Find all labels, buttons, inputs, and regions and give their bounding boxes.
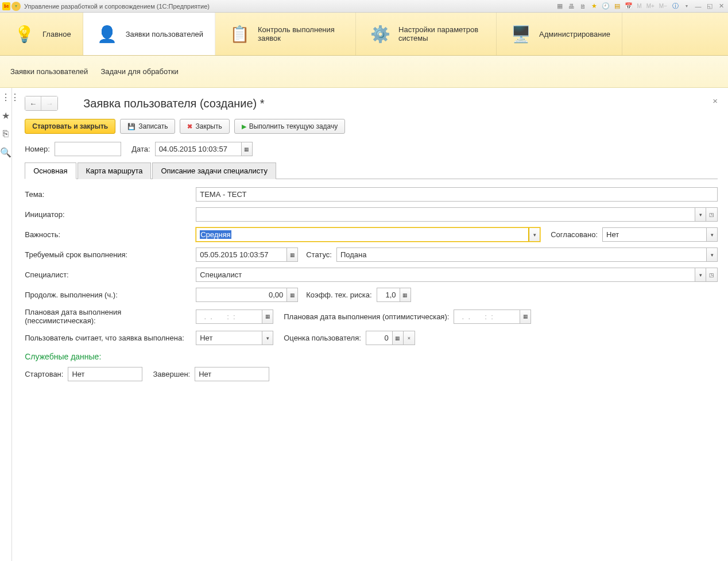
start-and-close-button[interactable]: Стартовать и закрыть [25, 119, 115, 134]
play-icon: ▶ [242, 123, 246, 130]
specialist-open-button[interactable]: ◳ [706, 268, 718, 282]
initiator-open-button[interactable]: ◳ [706, 207, 718, 222]
number-input[interactable] [55, 142, 121, 156]
action-toolbar: Стартовать и закрыть 💾Записать ✖Закрыть … [25, 119, 718, 134]
nav-admin[interactable]: 🖥️ Администрирование [497, 13, 622, 55]
titlebar-doc-icon[interactable]: 🗎 [578, 2, 587, 11]
initiator-dropdown-button[interactable]: ▾ [695, 207, 706, 222]
theme-input[interactable] [196, 187, 718, 202]
nav-settings-label: Настройки параметров системы [398, 25, 485, 42]
window-title: Управление разработкой и сопровождением … [24, 3, 555, 10]
agreed-dropdown-button[interactable]: ▾ [706, 227, 718, 242]
titlebar-calendar-icon[interactable]: 📅 [624, 2, 633, 11]
nav-control[interactable]: 📋 Контроль выполнения заявок [215, 13, 356, 55]
lefttool-clipboard-icon[interactable]: ⎘ [0, 128, 11, 140]
due-picker-button[interactable]: ▦ [286, 247, 298, 262]
status-dropdown-button[interactable]: ▾ [706, 247, 718, 262]
titlebar-mplus[interactable]: M+ [645, 3, 656, 9]
initiator-input[interactable] [196, 207, 695, 222]
agreed-label: Согласовано: [551, 230, 598, 239]
titlebar: 1c ▾ Управление разработкой и сопровожде… [0, 0, 728, 13]
tab-route-map[interactable]: Карта маршрута [78, 163, 152, 179]
user-rating-calc-button[interactable]: ▦ [392, 331, 404, 345]
priority-input[interactable]: Средняя [196, 227, 529, 242]
window-maximize[interactable]: ◱ [705, 2, 714, 11]
priority-dropdown-button[interactable]: ▾ [529, 227, 540, 242]
plan-opt-input[interactable] [454, 309, 520, 324]
nav-main[interactable]: 💡 Главное [0, 13, 83, 55]
titlebar-print-icon[interactable]: 🖶 [567, 2, 576, 11]
nav-main-icon: 💡 [11, 21, 37, 47]
titlebar-info-icon[interactable]: ⓘ [671, 2, 680, 11]
close-icon: ✖ [187, 123, 192, 130]
titlebar-calc-icon[interactable]: ▤ [613, 2, 622, 11]
user-considers-input[interactable] [196, 331, 262, 345]
nav-admin-label: Администрирование [539, 30, 610, 38]
nav-settings[interactable]: ⚙️ Настройки параметров системы [356, 13, 497, 55]
plan-pess-picker-button[interactable]: ▦ [262, 309, 273, 324]
save-icon: 💾 [127, 123, 135, 130]
user-considers-dropdown-button[interactable]: ▾ [262, 331, 273, 345]
date-field: ▦ [155, 142, 253, 156]
nav-user-requests[interactable]: 👤 Заявки пользователей [83, 13, 215, 55]
priority-field: Средняя ▾ [196, 227, 540, 242]
subnav-tasks[interactable]: Задачи для обработки [100, 67, 179, 76]
window-minimize[interactable]: — [694, 2, 703, 11]
nav-back-button[interactable]: ← [25, 96, 41, 110]
window-close[interactable]: ✕ [717, 2, 726, 11]
tab-main[interactable]: Основная [25, 163, 76, 179]
nav-history-arrows: ← → [25, 96, 58, 111]
tab-task-description[interactable]: Описание задачи специалисту [152, 163, 276, 179]
nav-user-requests-icon: 👤 [95, 21, 120, 47]
tabs: Основная Карта маршрута Описание задачи … [25, 162, 718, 179]
risk-label: Коэфф. тех. риска: [306, 291, 371, 299]
plan-pess-label: Плановая дата выполнения (пессимистическ… [25, 308, 191, 325]
app-menu-dropdown[interactable]: ▾ [11, 2, 21, 11]
lefttool-search-icon[interactable]: 🔍 [0, 146, 11, 158]
date-label: Дата: [131, 145, 150, 153]
status-label: Статус: [306, 250, 332, 259]
run-current-task-button[interactable]: ▶Выполнить текущую задачу [234, 119, 346, 134]
specialist-input[interactable] [196, 268, 695, 282]
sub-nav: Заявки пользователей Задачи для обработк… [0, 56, 728, 88]
user-rating-input[interactable] [366, 331, 392, 345]
started-label: Стартован: [25, 370, 63, 378]
due-input[interactable] [196, 247, 286, 262]
priority-label: Важность: [25, 230, 191, 239]
nav-main-label: Главное [42, 30, 71, 38]
titlebar-m[interactable]: M [636, 3, 642, 9]
started-input[interactable] [68, 367, 142, 381]
subnav-requests[interactable]: Заявки пользователей [10, 67, 88, 76]
plan-opt-label: Плановая дата выполнения (оптимистическа… [284, 312, 449, 321]
risk-input[interactable] [377, 288, 400, 302]
user-rating-clear-button[interactable]: × [404, 331, 415, 345]
lefttool-apps-icon[interactable]: ⋮⋮⋮ [0, 91, 11, 103]
titlebar-favorite-icon[interactable]: ★ [590, 2, 599, 11]
theme-label: Тема: [25, 190, 191, 199]
nav-control-label: Контроль выполнения заявок [258, 25, 344, 42]
plan-pess-input[interactable] [196, 309, 262, 324]
page-title: Заявка пользователя (создание) * [83, 97, 264, 110]
titlebar-grid-icon[interactable]: ▦ [555, 2, 564, 11]
titlebar-mminus[interactable]: M− [658, 3, 668, 9]
user-considers-label: Пользователь считает, что заявка выполне… [25, 334, 191, 342]
duration-input[interactable] [196, 288, 286, 302]
plan-opt-picker-button[interactable]: ▦ [520, 309, 531, 324]
close-button[interactable]: ✖Закрыть [180, 119, 229, 134]
page-close-button[interactable]: × [712, 96, 718, 106]
duration-calc-button[interactable]: ▦ [286, 288, 298, 302]
nav-forward-button[interactable]: → [41, 96, 57, 110]
lefttool-star-icon[interactable]: ★ [0, 110, 11, 121]
agreed-input[interactable] [602, 227, 706, 242]
titlebar-info-dropdown[interactable]: ▾ [682, 2, 691, 11]
titlebar-history-icon[interactable]: 🕘 [601, 2, 610, 11]
risk-calc-button[interactable]: ▦ [400, 288, 411, 302]
save-button[interactable]: 💾Записать [120, 119, 175, 134]
status-input[interactable] [336, 247, 706, 262]
date-picker-button[interactable]: ▦ [241, 142, 253, 156]
date-input[interactable] [155, 142, 241, 156]
specialist-dropdown-button[interactable]: ▾ [695, 268, 706, 282]
initiator-label: Инициатор: [25, 210, 191, 219]
nav-user-requests-label: Заявки пользователей [126, 30, 203, 38]
finished-input[interactable] [195, 367, 269, 381]
